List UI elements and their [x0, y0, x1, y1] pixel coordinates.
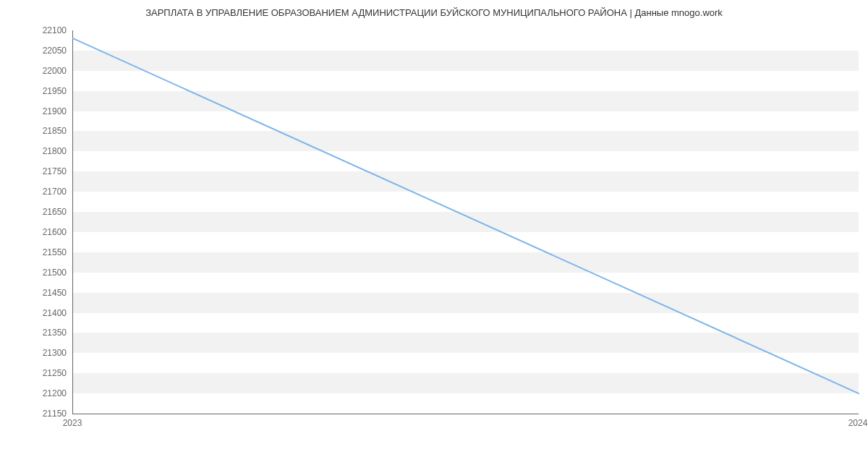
x-tick-label: 2024: [848, 418, 868, 428]
y-tick-label: 21500: [43, 268, 67, 278]
line-path: [73, 38, 859, 393]
line-series: [73, 30, 859, 414]
y-tick-label: 21650: [43, 207, 67, 217]
y-tick-label: 21850: [43, 126, 67, 136]
y-tick-label: 21200: [43, 388, 67, 398]
y-tick-label: 22050: [43, 46, 67, 56]
y-tick-label: 21550: [43, 247, 67, 257]
y-tick-label: 21950: [43, 86, 67, 96]
y-tick-label: 21350: [43, 328, 67, 338]
y-tick-label: 21250: [43, 368, 67, 378]
y-tick-label: 21300: [43, 348, 67, 358]
y-tick-label: 21450: [43, 288, 67, 298]
y-tick-label: 21750: [43, 166, 67, 176]
chart-container: ЗАРПЛАТА В УПРАВЛЕНИЕ ОБРАЗОВАНИЕМ АДМИН…: [0, 0, 868, 448]
y-tick-label: 22000: [43, 66, 67, 76]
plot-area: [72, 30, 859, 414]
y-tick-label: 22100: [43, 25, 67, 35]
y-tick-label: 21150: [43, 409, 67, 419]
y-tick-label: 21400: [43, 308, 67, 318]
y-tick-label: 21600: [43, 227, 67, 237]
y-tick-label: 21900: [43, 106, 67, 116]
y-tick-label: 21700: [43, 187, 67, 197]
y-tick-label: 21800: [43, 146, 67, 156]
chart-title: ЗАРПЛАТА В УПРАВЛЕНИЕ ОБРАЗОВАНИЕМ АДМИН…: [0, 7, 868, 18]
x-tick-label: 2023: [63, 418, 82, 428]
